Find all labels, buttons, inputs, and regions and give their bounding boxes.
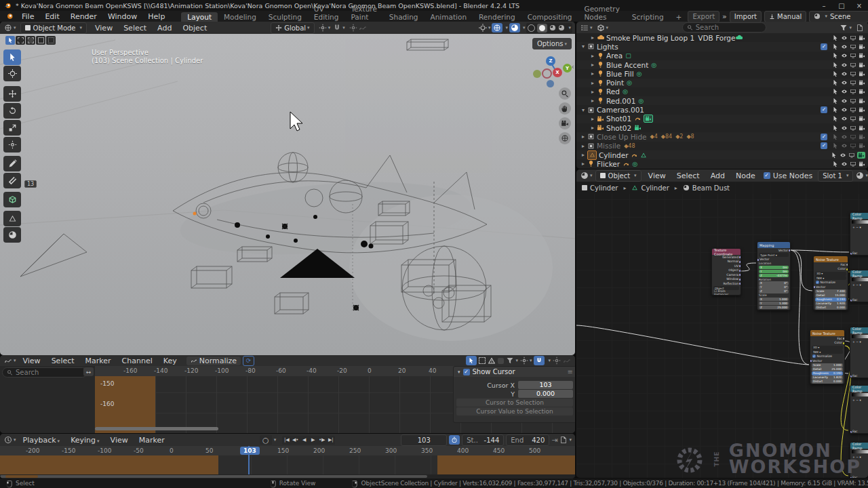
param-detail[interactable]: Detail15.000 [815, 293, 846, 298]
use-preview-range-icon[interactable] [449, 435, 460, 445]
hide-viewport-icon[interactable] [841, 142, 848, 149]
disclosure-icon[interactable]: ▸ [579, 143, 587, 149]
maximize-button[interactable]: □ [833, 2, 850, 9]
menu-main-edit[interactable]: Edit [39, 12, 64, 21]
import-button[interactable]: Import [730, 11, 762, 22]
jump-to-start-button[interactable]: |◀ [282, 436, 291, 445]
disable-viewport-icon[interactable] [850, 98, 856, 104]
selectable-icon[interactable] [832, 52, 839, 59]
selectable-icon[interactable] [832, 43, 839, 50]
previous-keyframe-button[interactable]: ◀• [291, 436, 300, 445]
menu-timeline-playback[interactable]: Playback▾ [18, 436, 66, 445]
tool-rotate-button[interactable] [3, 103, 21, 119]
disclosure-icon[interactable]: ▸ [589, 89, 597, 95]
proportional-editing-icon[interactable] [349, 24, 357, 32]
ramp-gradient[interactable] [852, 335, 868, 338]
gizmo-minus-y-axis[interactable] [533, 70, 541, 78]
select-mode-invert[interactable] [36, 36, 45, 45]
xray-toggle-icon[interactable] [509, 23, 520, 33]
noise-type-dropdown[interactable]: fBM ▾ [812, 350, 843, 354]
outliner-row-flicker[interactable]: ▸Flicker◎ [576, 159, 868, 168]
outliner-row-blue-fill[interactable]: ▸Blue Fill◎ [576, 69, 868, 78]
menu-viewport-object[interactable]: Object [177, 24, 212, 33]
outliner-search-input[interactable]: Search [682, 22, 766, 33]
disclosure-icon[interactable]: ▸ [589, 53, 597, 59]
panel-grip-icon[interactable]: ≡ [568, 368, 573, 375]
disclosure-icon[interactable]: ▸ [579, 161, 587, 167]
orthographic-toggle-icon[interactable] [559, 132, 571, 144]
jump-to-end-button[interactable]: ▶| [326, 436, 335, 445]
ramp-gradient[interactable] [852, 278, 868, 281]
disclosure-icon[interactable]: ▸ [589, 116, 597, 122]
graph-snap-icon[interactable] [534, 356, 545, 365]
field-scale-0[interactable]: X1.000 [759, 298, 789, 302]
zoom-view-icon[interactable] [559, 87, 571, 100]
shading-solid-icon[interactable] [537, 24, 547, 33]
hide-viewport-icon[interactable] [841, 52, 848, 59]
disable-viewport-icon[interactable] [850, 125, 856, 131]
auto-keying-caret[interactable]: ▾ [274, 437, 277, 443]
close-button[interactable]: × [850, 2, 868, 9]
menu-viewport-select[interactable]: Select [118, 24, 152, 33]
param-distort[interactable]: Distort0.000 [812, 380, 843, 384]
graph-proportional-icon[interactable] [553, 357, 561, 365]
disable-viewport-icon[interactable] [850, 52, 856, 59]
slot-dropdown[interactable]: Slot 1▾ [818, 170, 853, 182]
menu-shader-view[interactable]: View [643, 171, 671, 180]
node-color-ramp-2[interactable]: Color Ramp+ − ▾Fac [850, 270, 868, 302]
param-scale[interactable]: Scale7.400 [815, 289, 846, 293]
mode-dropdown[interactable]: Object Mode▾ [20, 22, 87, 34]
collection-checkbox[interactable]: ✓ [821, 43, 827, 50]
selectable-icon[interactable] [832, 79, 839, 86]
shader-editor-type-icon[interactable]: ▾ [580, 171, 593, 180]
workspace-tab-shading[interactable]: Shading [383, 12, 425, 22]
menu-graph-key[interactable]: Key [158, 357, 182, 365]
snap-target-icon[interactable]: ▾ [319, 24, 331, 32]
outliner-row-point[interactable]: ▸Point◎ [576, 79, 868, 87]
collection-checkbox[interactable]: ✓ [821, 142, 827, 149]
disclosure-icon[interactable]: ▾ [579, 107, 587, 113]
disclosure-icon[interactable]: ▸ [579, 152, 587, 158]
disable-viewport-icon[interactable] [850, 115, 856, 122]
disclosure-icon[interactable]: ▸ [589, 70, 597, 77]
disable-viewport-icon[interactable] [850, 134, 856, 140]
disable-render-icon[interactable] [859, 125, 865, 131]
graph-select-tool-icon[interactable] [466, 356, 477, 365]
snap-magnet-icon[interactable]: ▾ [333, 24, 345, 32]
selectable-icon[interactable] [832, 134, 839, 140]
ramp-controls[interactable]: + − ▾ [850, 340, 868, 344]
disable-viewport-icon[interactable] [850, 79, 856, 86]
node-canvas[interactable]: Cylinder▸ Cylinder▸ Beam Dust ‹ Texture … [576, 182, 868, 478]
hide-viewport-icon[interactable] [841, 134, 848, 140]
normalize-button[interactable]: Normalize [186, 357, 241, 365]
disable-viewport-icon[interactable] [848, 152, 855, 159]
outliner-options-icon[interactable] [856, 24, 864, 32]
workspace-tab-sculpting[interactable]: Sculpting [262, 12, 308, 22]
graph-h-scrollbar[interactable] [95, 427, 218, 430]
hide-viewport-icon[interactable] [841, 35, 848, 41]
field-rotation-2[interactable]: Z0° [759, 289, 789, 293]
workspace-tab-uv-editing[interactable]: UV Editing [308, 4, 345, 22]
workspace-tab-scripting[interactable]: Scripting [626, 12, 670, 22]
menu-shader-add[interactable]: Add [705, 171, 730, 180]
overlays-toggle-icon[interactable] [492, 23, 502, 33]
disclosure-icon[interactable]: ▸ [589, 98, 597, 104]
outliner-row-blue-accent[interactable]: ▸Blue Accent◎ [576, 60, 868, 69]
disclosure-icon[interactable]: ▸ [589, 35, 597, 41]
selectable-icon[interactable] [832, 125, 839, 131]
tool-cursor-button[interactable] [3, 66, 21, 81]
hide-viewport-icon[interactable] [841, 106, 848, 113]
param-detail[interactable]: Detail25.000 [812, 367, 843, 371]
frame-start-field[interactable]: St..-144 [462, 434, 504, 446]
hide-viewport-icon[interactable] [841, 125, 848, 131]
proportional-falloff-icon[interactable] [359, 24, 367, 32]
keyframe-jump-icon[interactable]: ⇥ [551, 436, 557, 445]
timeline-editor-type-icon[interactable]: ▾ [4, 436, 16, 444]
timeline-ruler[interactable]: -200-150-100-500501502002503003504004505… [0, 446, 575, 455]
options-button[interactable]: Options▾ [532, 36, 572, 49]
disclosure-icon[interactable]: ▸ [579, 134, 587, 140]
gizmos-toggle-icon[interactable]: ▾ [479, 24, 491, 32]
menu-timeline-view[interactable]: View [105, 436, 134, 445]
graph-warning-icon[interactable] [488, 357, 496, 365]
graph-box-tool-icon[interactable] [479, 357, 486, 364]
